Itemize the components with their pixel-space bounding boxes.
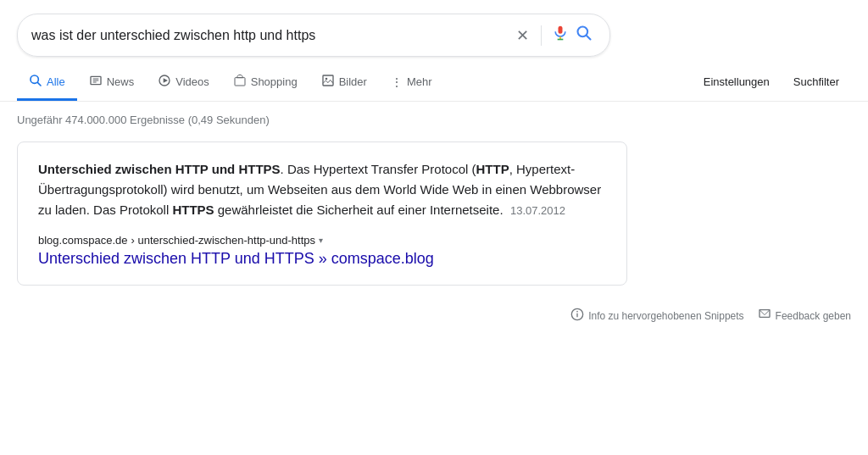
tab-suchfilter[interactable]: Suchfilter [782,67,851,99]
svg-line-6 [37,82,41,86]
microphone-icon [552,23,569,43]
snippet-bold2: HTTP [476,162,509,176]
tab-alle-label: Alle [47,75,65,88]
tab-bilder-label: Bilder [339,75,367,88]
news-icon [89,74,103,90]
shopping-tab-icon [233,74,247,87]
alle-icon [29,74,42,87]
tab-shopping-label: Shopping [251,75,298,88]
svg-rect-0 [559,26,563,34]
info-snippets-label: Info zu hervorgehobenen Snippets [588,310,743,322]
tab-bilder[interactable]: Bilder [309,65,379,101]
snippet-bold1: Unterschied zwischen HTTP und HTTPS [38,162,281,176]
tab-mehr-label: Mehr [407,75,432,88]
tab-einstellungen[interactable]: Einstellungen [692,67,782,99]
snippet-normal3: gewährleistet die Sicherheit auf einer I… [214,203,504,217]
snippet-date: 13.07.2012 [510,204,565,217]
tab-news-label: News [107,75,135,88]
search-bar: ✕ [17,14,610,57]
mehr-icon: ⋮ [391,75,403,89]
snippet-domain: blog.comspace.de [38,234,128,247]
info-icon [570,308,584,324]
feedback-item[interactable]: Feedback geben [758,308,851,324]
search-icon [576,25,593,42]
search-input[interactable] [31,28,511,43]
feedback-icon [758,308,771,324]
tab-shopping[interactable]: Shopping [221,65,309,101]
snippet-link[interactable]: Unterschied zwischen HTTP und HTTPS » co… [38,250,606,268]
svg-point-18 [576,311,578,313]
tab-news[interactable]: News [77,65,147,101]
tab-alle[interactable]: Alle [17,65,77,101]
bilder-tab-icon [321,74,335,87]
tab-videos-label: Videos [175,75,209,88]
featured-snippet-card: Unterschied zwischen HTTP und HTTPS. Das… [17,141,627,286]
feedback-label: Feedback geben [776,310,851,322]
footer-bar: Info zu hervorgehobenen Snippets Feedbac… [224,299,868,332]
videos-icon [158,74,171,90]
snippet-bold3: HTTPS [172,203,214,217]
nav-right: Einstellungen Suchfilter [692,67,851,99]
tab-videos[interactable]: Videos [146,65,221,101]
tab-suchfilter-label: Suchfilter [793,75,839,88]
svg-line-4 [587,36,591,40]
chevron-down-icon: ▾ [319,236,323,245]
shopping-icon [233,74,247,90]
svg-rect-13 [235,78,245,86]
snippet-normal1: . Das Hypertext Transfer Protocol ( [281,162,476,176]
results-count: Ungefähr 474.000.000 Ergebnisse (0,49 Se… [0,102,868,135]
divider [541,25,542,46]
svg-marker-12 [164,78,168,82]
search-tab-icon [29,74,42,90]
search-bar-wrapper: ✕ [0,0,868,57]
search-button[interactable] [572,25,596,46]
videos-tab-icon [158,74,171,87]
snippet-breadcrumb: blog.comspace.de › unterschied-zwischen-… [38,234,606,247]
news-tab-icon [89,74,103,87]
microphone-button[interactable] [548,23,572,47]
svg-point-15 [325,78,327,80]
results-count-text: Ungefähr 474.000.000 Ergebnisse (0,49 Se… [17,114,270,126]
tab-mehr[interactable]: ⋮ Mehr [379,67,444,100]
svg-rect-14 [323,75,333,86]
snippet-path: › unterschied-zwischen-http-und-https [131,234,316,247]
snippet-link-text: Unterschied zwischen HTTP und HTTPS » co… [38,250,434,267]
tab-einstellungen-label: Einstellungen [704,75,770,88]
bilder-icon [321,74,335,90]
nav-tabs: Alle News Videos [0,57,868,102]
snippet-text: Unterschied zwischen HTTP und HTTPS. Das… [38,159,606,220]
clear-button[interactable]: ✕ [511,26,534,45]
info-snippets-item[interactable]: Info zu hervorgehobenen Snippets [570,308,743,324]
